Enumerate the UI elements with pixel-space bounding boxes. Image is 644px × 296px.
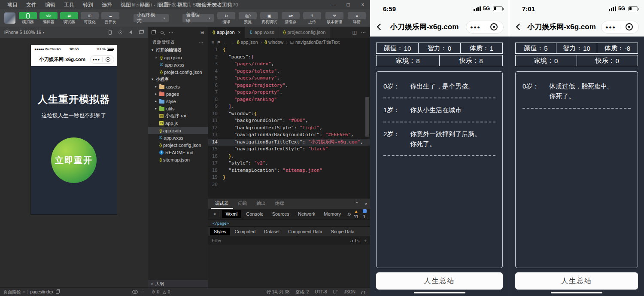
action-预览[interactable]: ◎预览: [239, 12, 257, 24]
style-tab-Styles[interactable]: Styles: [210, 228, 230, 235]
debug-tab-调试器[interactable]: 调试器: [211, 198, 233, 209]
filter-input[interactable]: Filter: [212, 238, 222, 243]
back-arrow-icon[interactable]: ←: [223, 40, 228, 45]
status-item-3[interactable]: LF: [333, 290, 338, 294]
search-icon[interactable]: [161, 31, 164, 34]
compile-mode-select[interactable]: 普通编译 ▾: [182, 14, 214, 22]
capsule-menu[interactable]: ●●●: [466, 21, 504, 34]
action-真机调试[interactable]: ▣真机调试: [260, 12, 278, 24]
menu-item-1[interactable]: 文件: [22, 0, 40, 9]
open-editor-app.wxss[interactable]: Ɛapp.wxss: [148, 61, 208, 68]
close-panel-icon[interactable]: ×: [365, 201, 368, 206]
split-editor-icon[interactable]: ◫: [352, 30, 357, 35]
code-editor[interactable]: 1{2 "pages":[3 "pages/index",4 "pages/ta…: [208, 46, 370, 198]
tool-模拟器[interactable]: 模拟器: [19, 12, 37, 24]
style-tab-Computed[interactable]: Computed: [231, 228, 259, 235]
more-tabs-icon[interactable]: »: [347, 210, 351, 218]
menu-item-5[interactable]: 选择: [98, 0, 116, 9]
file-app.json[interactable]: {}app.json: [148, 127, 208, 134]
debug-tab-终端[interactable]: 终端: [271, 198, 289, 209]
menu-item-10[interactable]: 微信开发者工具: [192, 0, 236, 9]
project-section[interactable]: ▾小程序: [148, 76, 208, 83]
open-editor-app.json[interactable]: ×{}app.json: [148, 54, 208, 61]
bell-icon[interactable]: [361, 291, 365, 294]
folder-pages[interactable]: ▸pages: [148, 90, 208, 98]
tool-上传[interactable]: ↥上传: [303, 12, 321, 24]
collapse-icon[interactable]: ⊟: [200, 30, 204, 35]
devtools-tab-Memory[interactable]: Memory: [320, 210, 345, 218]
maximize-button[interactable]: □: [341, 0, 355, 9]
capsule-target-icon[interactable]: [620, 23, 639, 31]
status-problems[interactable]: ⊘ 0 △ 0: [148, 288, 208, 296]
status-item-1[interactable]: 空格: 2: [295, 289, 309, 295]
style-tab-Component Data[interactable]: Component Data: [284, 228, 326, 235]
folder-assets[interactable]: ▸assets: [148, 83, 208, 90]
menu-item-3[interactable]: 工具: [60, 0, 78, 9]
collapse-panel-icon[interactable]: ⌃: [355, 201, 358, 207]
menu-item-7[interactable]: 界面: [136, 0, 154, 9]
device-selector[interactable]: iPhone 5 100% 16: [4, 30, 41, 35]
capsule-menu[interactable]: ●●●: [601, 21, 639, 34]
outline-section[interactable]: ▸ 大纲: [148, 280, 208, 287]
devtools-tab-Wxml[interactable]: Wxml: [222, 210, 242, 218]
menu-item-9[interactable]: 帮助: [173, 0, 191, 9]
sound-icon[interactable]: [129, 30, 132, 34]
menu-item-2[interactable]: 编辑: [41, 0, 59, 9]
file-project.config.json[interactable]: {}project.config.json: [148, 141, 208, 149]
tool-云开发[interactable]: ☁云开发: [101, 12, 119, 24]
bookmark-icon[interactable]: ⚑: [217, 40, 221, 45]
close-icon[interactable]: ×: [155, 55, 158, 60]
editor-scrollbar[interactable]: [365, 97, 369, 137]
status-item-2[interactable]: UTF-8: [315, 290, 327, 294]
file-app.js[interactable]: JSapp.js: [148, 119, 208, 127]
status-item-0[interactable]: 行 14, 列 38: [267, 289, 289, 295]
menu-item-8[interactable]: 设置: [155, 0, 173, 9]
file-小程序.rar[interactable]: ▤小程序.rar: [148, 112, 208, 119]
devtools-tab-Network[interactable]: Network: [294, 210, 319, 218]
restart-button[interactable]: 立即重开: [51, 137, 97, 183]
more-icon[interactable]: ⋯: [361, 30, 366, 35]
sim-capsule[interactable]: ●●●: [90, 55, 114, 64]
life-summary-button[interactable]: 人生总结: [376, 272, 503, 290]
float-window-icon[interactable]: [139, 31, 143, 34]
tool-可视化[interactable]: ⊞可视化: [81, 12, 99, 24]
close-button[interactable]: ×: [355, 0, 370, 9]
tool-调试器[interactable]: ⇄调试器: [60, 12, 78, 24]
cls-toggle[interactable]: .cls: [349, 238, 360, 243]
life-summary-button[interactable]: 人生总结: [515, 272, 638, 290]
devtools-tab-Sources[interactable]: Sources: [268, 210, 293, 218]
back-chevron-icon[interactable]: [377, 24, 384, 31]
flag-badge[interactable]: 1: [363, 209, 367, 219]
rotate-device-icon[interactable]: [109, 30, 112, 35]
capsule-target-icon[interactable]: [485, 23, 504, 31]
warning-badge[interactable]: ▲ 11: [354, 209, 359, 219]
more-dots-icon[interactable]: ●●●: [601, 24, 620, 30]
tab-app.json[interactable]: {}app.json×: [208, 27, 245, 38]
user-avatar[interactable]: [4, 12, 15, 24]
more-icon[interactable]: ⋯: [140, 290, 145, 294]
menu-item-0[interactable]: 项目: [3, 0, 21, 9]
menu-item-4[interactable]: 转到: [79, 0, 97, 9]
menu-item-6[interactable]: 视图: [117, 0, 135, 9]
forward-arrow-icon[interactable]: →: [230, 40, 234, 45]
breadcrumb-window[interactable]: {}window: [264, 40, 283, 45]
action-清缓存[interactable]: ≡▾清缓存: [282, 12, 300, 24]
tab-project.config.json[interactable]: {}project.config.json: [279, 27, 331, 38]
file-app.wxss[interactable]: Ɛapp.wxss: [148, 134, 208, 141]
style-tab-Scope Data[interactable]: Scope Data: [327, 228, 358, 235]
debug-tab-输出[interactable]: 输出: [252, 198, 270, 209]
file-README.md[interactable]: iREADME.md: [148, 149, 208, 156]
copy-icon[interactable]: [56, 290, 59, 294]
breadcrumb-app.json[interactable]: {}app.json: [237, 40, 258, 45]
more-dots-icon[interactable]: ●●●: [91, 58, 102, 61]
editors-icon[interactable]: [152, 31, 155, 34]
add-style-icon[interactable]: +: [364, 238, 367, 243]
capsule-target-icon[interactable]: [103, 57, 114, 62]
tool-详情[interactable]: ≡详情: [348, 12, 366, 24]
minimize-button[interactable]: ─: [326, 0, 341, 9]
file-sitemap.json[interactable]: {}sitemap.json: [148, 156, 208, 163]
more-dots-icon[interactable]: ●●●: [466, 24, 485, 30]
debug-tab-问题[interactable]: 问题: [234, 198, 252, 209]
style-tab-Dataset[interactable]: Dataset: [260, 228, 283, 235]
eye-icon[interactable]: [132, 290, 138, 294]
